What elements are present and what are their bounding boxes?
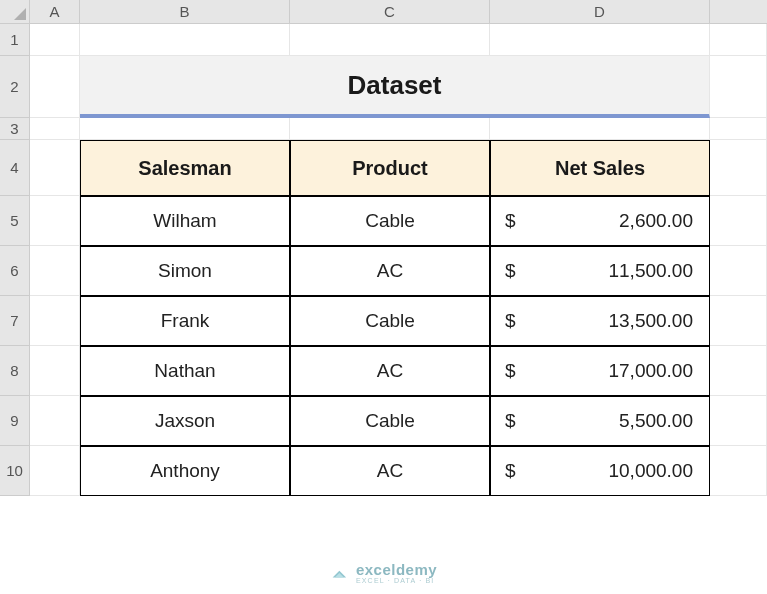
col-header-d[interactable]: D	[490, 0, 710, 23]
cell-e10[interactable]	[710, 446, 767, 496]
row-headers: 1 2 3 4 5 6 7 8 9 10	[0, 24, 30, 496]
row-header-7[interactable]: 7	[0, 296, 29, 346]
cell-a4[interactable]	[30, 140, 80, 196]
table-row: Simon AC $ 11,500.00	[30, 246, 767, 296]
cell-a1[interactable]	[30, 24, 80, 56]
cell-e6[interactable]	[710, 246, 767, 296]
cell-netsales[interactable]: $ 11,500.00	[490, 246, 710, 296]
currency-symbol: $	[505, 410, 516, 432]
cell-e1[interactable]	[710, 24, 767, 56]
header-netsales[interactable]: Net Sales	[490, 140, 710, 196]
cell-product[interactable]: Cable	[290, 196, 490, 246]
cell-e9[interactable]	[710, 396, 767, 446]
table-row: Nathan AC $ 17,000.00	[30, 346, 767, 396]
cell-salesman[interactable]: Frank	[80, 296, 290, 346]
cell-a7[interactable]	[30, 296, 80, 346]
cell-a10[interactable]	[30, 446, 80, 496]
row-header-1[interactable]: 1	[0, 24, 29, 56]
row-header-10[interactable]: 10	[0, 446, 29, 496]
cell-c3[interactable]	[290, 118, 490, 140]
table-row: Anthony AC $ 10,000.00	[30, 446, 767, 496]
cell-a3[interactable]	[30, 118, 80, 140]
currency-symbol: $	[505, 210, 516, 232]
netsales-value: 13,500.00	[608, 310, 693, 332]
cell-product[interactable]: AC	[290, 246, 490, 296]
column-headers: A B C D	[30, 0, 767, 24]
row-header-6[interactable]: 6	[0, 246, 29, 296]
header-product[interactable]: Product	[290, 140, 490, 196]
cell-product[interactable]: AC	[290, 346, 490, 396]
header-salesman[interactable]: Salesman	[80, 140, 290, 196]
worksheet-grid: Dataset Salesman Product Net Sales Wilha…	[30, 24, 767, 594]
row-header-3[interactable]: 3	[0, 118, 29, 140]
cell-e5[interactable]	[710, 196, 767, 246]
cell-salesman[interactable]: Anthony	[80, 446, 290, 496]
cell-a2[interactable]	[30, 56, 80, 118]
cell-product[interactable]: AC	[290, 446, 490, 496]
cell-netsales[interactable]: $ 13,500.00	[490, 296, 710, 346]
row-header-5[interactable]: 5	[0, 196, 29, 246]
watermark: exceldemy EXCEL · DATA · BI	[330, 562, 437, 584]
netsales-value: 5,500.00	[619, 410, 693, 432]
cell-product[interactable]: Cable	[290, 296, 490, 346]
cell-e8[interactable]	[710, 346, 767, 396]
cell-netsales[interactable]: $ 2,600.00	[490, 196, 710, 246]
title-cell[interactable]: Dataset	[80, 56, 710, 118]
cell-b1[interactable]	[80, 24, 290, 56]
cell-e4[interactable]	[710, 140, 767, 196]
watermark-text: exceldemy	[356, 562, 437, 577]
exceldemy-logo-icon	[330, 564, 348, 582]
cell-netsales[interactable]: $ 5,500.00	[490, 396, 710, 446]
table-row: Wilham Cable $ 2,600.00	[30, 196, 767, 246]
currency-symbol: $	[505, 460, 516, 482]
page-title: Dataset	[348, 70, 442, 101]
netsales-value: 17,000.00	[608, 360, 693, 382]
cell-b3[interactable]	[80, 118, 290, 140]
currency-symbol: $	[505, 260, 516, 282]
cell-a6[interactable]	[30, 246, 80, 296]
row-header-9[interactable]: 9	[0, 396, 29, 446]
select-all-corner[interactable]	[0, 0, 30, 24]
currency-symbol: $	[505, 310, 516, 332]
cell-netsales[interactable]: $ 10,000.00	[490, 446, 710, 496]
cell-d1[interactable]	[490, 24, 710, 56]
table-row: Jaxson Cable $ 5,500.00	[30, 396, 767, 446]
currency-symbol: $	[505, 360, 516, 382]
col-header-c[interactable]: C	[290, 0, 490, 23]
cell-a8[interactable]	[30, 346, 80, 396]
col-header-b[interactable]: B	[80, 0, 290, 23]
table-row: Frank Cable $ 13,500.00	[30, 296, 767, 346]
cell-a5[interactable]	[30, 196, 80, 246]
cell-netsales[interactable]: $ 17,000.00	[490, 346, 710, 396]
cell-e7[interactable]	[710, 296, 767, 346]
row-header-4[interactable]: 4	[0, 140, 29, 196]
netsales-value: 11,500.00	[608, 260, 693, 282]
row-header-8[interactable]: 8	[0, 346, 29, 396]
cell-a9[interactable]	[30, 396, 80, 446]
netsales-value: 10,000.00	[608, 460, 693, 482]
cell-product[interactable]: Cable	[290, 396, 490, 446]
col-header-a[interactable]: A	[30, 0, 80, 23]
cell-salesman[interactable]: Jaxson	[80, 396, 290, 446]
cell-salesman[interactable]: Simon	[80, 246, 290, 296]
cell-salesman[interactable]: Wilham	[80, 196, 290, 246]
cell-c1[interactable]	[290, 24, 490, 56]
cell-salesman[interactable]: Nathan	[80, 346, 290, 396]
cell-e2[interactable]	[710, 56, 767, 118]
watermark-subtext: EXCEL · DATA · BI	[356, 577, 437, 584]
cell-d3[interactable]	[490, 118, 710, 140]
row-header-2[interactable]: 2	[0, 56, 29, 118]
netsales-value: 2,600.00	[619, 210, 693, 232]
cell-e3[interactable]	[710, 118, 767, 140]
